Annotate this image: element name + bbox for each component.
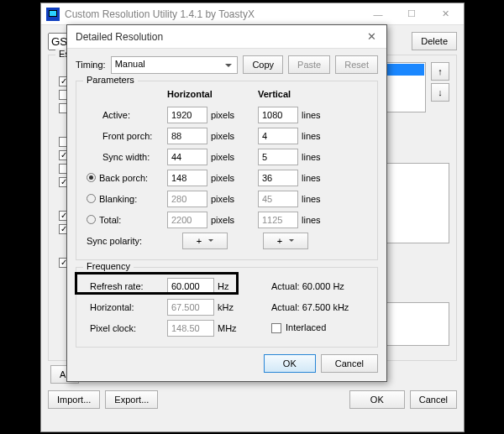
v-unit: lines <box>302 194 335 204</box>
titlebar: Custom Resolution Utility 1.4.1 by Toast… <box>41 3 464 25</box>
import-button[interactable]: Import... <box>48 390 100 409</box>
frequency-group: Frequency Refresh rate: Hz Actual: 60.00… <box>76 267 378 348</box>
h-value[interactable] <box>167 149 207 165</box>
pixel-clock-unit: MHz <box>218 323 246 333</box>
export-button[interactable]: Export... <box>105 390 158 409</box>
close-button[interactable]: ✕ <box>428 4 462 24</box>
pixel-clock-label: Pixel clock: <box>90 323 136 333</box>
dialog-ok-button[interactable]: OK <box>264 354 316 373</box>
h-unit: pixels <box>211 131 244 141</box>
app-icon <box>46 8 60 21</box>
horizontal-freq-actual: Actual: 67.500 kHz <box>271 302 349 312</box>
param-label: Front porch: <box>102 131 152 141</box>
parameter-row: Front porch:pixelslines <box>85 125 369 146</box>
parameter-row: Back porch:pixelslines <box>85 167 369 188</box>
param-label: Back porch: <box>99 173 148 183</box>
refresh-rate-unit: Hz <box>218 281 246 291</box>
param-label: Active: <box>102 110 130 120</box>
h-value[interactable] <box>167 170 207 186</box>
h-unit: pixels <box>211 173 244 183</box>
horizontal-freq-unit: kHz <box>218 302 246 312</box>
paste-button[interactable]: Paste <box>288 55 330 74</box>
parameters-group: Parameters Horizontal Vertical Active:pi… <box>76 81 378 260</box>
copy-button[interactable]: Copy <box>243 55 283 74</box>
dialog-title: Detailed Resolution <box>76 31 361 43</box>
param-radio[interactable] <box>87 194 96 203</box>
delete-button[interactable]: Delete <box>412 32 457 50</box>
h-unit: pixels <box>211 194 244 204</box>
param-label: Blanking: <box>99 194 137 204</box>
param-label: Sync width: <box>102 152 150 162</box>
dialog-close-button[interactable]: ✕ <box>361 30 381 43</box>
timing-label: Timing: <box>76 60 106 70</box>
parameter-row: Active:pixelslines <box>85 104 369 125</box>
main-ok-button[interactable]: OK <box>349 390 405 409</box>
h-unit: pixels <box>211 110 244 120</box>
timing-dropdown[interactable]: Manual <box>111 56 239 74</box>
h-value[interactable] <box>167 107 207 123</box>
parameter-row: Blanking:pixelslines <box>85 188 369 209</box>
move-down-button[interactable]: ↓ <box>431 83 449 102</box>
window-title: Custom Resolution Utility 1.4.1 by Toast… <box>65 8 361 20</box>
minimize-button[interactable]: — <box>361 4 395 24</box>
v-value[interactable] <box>258 212 298 228</box>
move-up-button[interactable]: ↑ <box>431 62 449 81</box>
v-value[interactable] <box>258 149 298 165</box>
horizontal-header: Horizontal <box>167 89 258 99</box>
v-polarity-button[interactable]: + <box>263 233 308 249</box>
pixel-clock-input[interactable] <box>167 320 214 337</box>
reset-button[interactable]: Reset <box>335 55 378 74</box>
param-label: Total: <box>99 215 121 225</box>
h-value[interactable] <box>167 128 207 144</box>
h-unit: pixels <box>211 152 244 162</box>
detailed-resolution-dialog: Detailed Resolution ✕ Timing: Manual Cop… <box>66 24 387 382</box>
dialog-titlebar: Detailed Resolution ✕ <box>67 25 386 49</box>
h-value[interactable] <box>167 191 207 207</box>
parameter-row: Sync width:pixelslines <box>85 146 369 167</box>
v-value[interactable] <box>258 128 298 144</box>
horizontal-freq-input[interactable] <box>167 299 214 316</box>
v-unit: lines <box>302 173 335 183</box>
vertical-header: Vertical <box>258 89 332 99</box>
interlaced-label: Interlaced <box>286 322 326 332</box>
refresh-rate-label: Refresh rate: <box>90 281 144 291</box>
frequency-legend: Frequency <box>83 261 134 271</box>
sync-polarity-label: Sync polarity: <box>85 236 167 246</box>
v-unit: lines <box>302 131 335 141</box>
v-value[interactable] <box>258 191 298 207</box>
refresh-rate-actual: Actual: 60.000 Hz <box>271 281 344 291</box>
h-unit: pixels <box>211 215 244 225</box>
v-unit: lines <box>302 215 335 225</box>
maximize-button[interactable]: ☐ <box>395 4 428 24</box>
refresh-rate-input[interactable] <box>167 278 214 295</box>
v-unit: lines <box>302 110 335 120</box>
v-value[interactable] <box>258 107 298 123</box>
interlaced-checkbox[interactable] <box>271 323 281 333</box>
param-radio[interactable] <box>87 215 96 224</box>
parameters-legend: Parameters <box>83 75 138 85</box>
horizontal-freq-label: Horizontal: <box>90 302 134 312</box>
dialog-cancel-button[interactable]: Cancel <box>321 354 378 373</box>
main-cancel-button[interactable]: Cancel <box>410 390 457 409</box>
svg-rect-2 <box>50 11 56 16</box>
v-value[interactable] <box>258 170 298 186</box>
v-unit: lines <box>302 152 335 162</box>
h-value[interactable] <box>167 212 207 228</box>
param-radio[interactable] <box>87 173 96 182</box>
parameter-row: Total:pixelslines <box>85 209 369 230</box>
h-polarity-button[interactable]: + <box>182 233 228 249</box>
